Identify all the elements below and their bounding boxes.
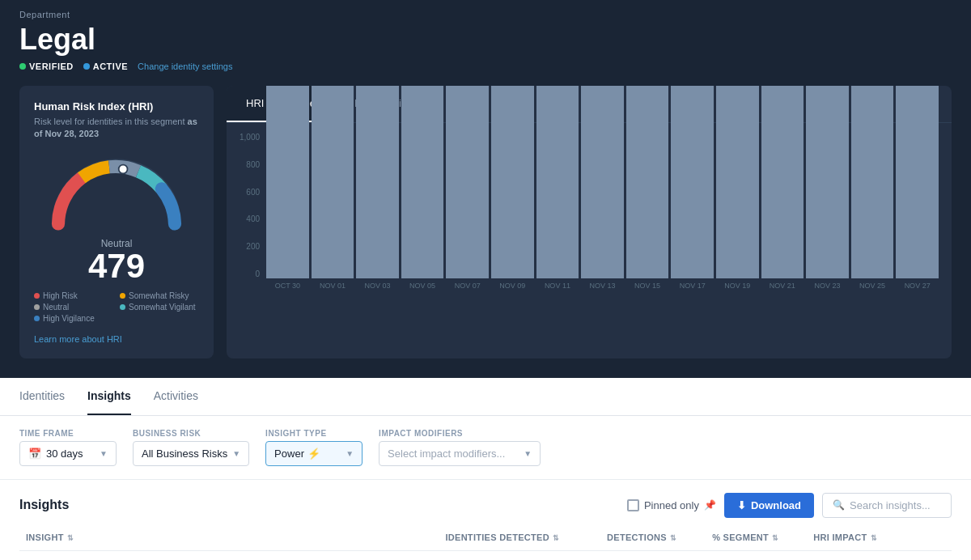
x-axis-label: NOV 19 (716, 282, 759, 290)
insights-section-title: Insights (19, 498, 69, 512)
gauge-number: 479 (34, 249, 199, 283)
bar-column (671, 86, 714, 278)
download-button[interactable]: ⬇ Download (724, 493, 814, 518)
learn-hri-link[interactable]: Learn more about HRI (34, 334, 199, 344)
bar (716, 86, 759, 278)
y-axis-label: 1,000 (240, 133, 260, 142)
bar-column (716, 86, 759, 278)
active-dot (83, 63, 90, 70)
top-section: Department Legal VERIFIED ACTIVE Change … (0, 0, 971, 378)
chart-body: 1,0008006004002000 OCT 30NOV 01NOV 03NOV… (227, 123, 952, 296)
business-risk-select[interactable]: All Business Risks ▼ (133, 441, 249, 466)
y-axis-label: 800 (246, 160, 260, 169)
legend-item: Neutral (34, 303, 113, 312)
more-actions-cell: ⋮ (926, 550, 952, 560)
bar-column (446, 86, 489, 278)
bar (536, 86, 579, 278)
gauge-label-area: Neutral 479 (34, 238, 199, 283)
x-labels: OCT 30NOV 01NOV 03NOV 05NOV 07NOV 09NOV … (266, 282, 939, 290)
insight-type-chevron: ▼ (346, 449, 354, 458)
active-badge: ACTIVE (83, 62, 128, 71)
x-axis-label: NOV 05 (401, 282, 444, 290)
segment-cell: 3% (706, 550, 807, 560)
hri-card-title: Human Risk Index (HRI) (34, 100, 199, 112)
legend-item: Somewhat Risky (120, 291, 199, 300)
bar (851, 86, 894, 278)
insight-type-value: Power ⚡ (274, 448, 320, 460)
impact-modifiers-filter: IMPACT MODIFIERS Select impact modifiers… (379, 429, 541, 466)
verified-dot (19, 63, 26, 70)
chart-panel: HRI Over Time Identity Distribution 1,00… (227, 86, 952, 358)
chart-area: OCT 30NOV 01NOV 03NOV 05NOV 07NOV 09NOV … (266, 133, 939, 290)
time-frame-label: TIME FRAME (19, 429, 117, 438)
insight-type-select[interactable]: Power ⚡ ▼ (265, 441, 363, 466)
y-axis: 1,0008006004002000 (240, 133, 266, 278)
pinned-only-toggle[interactable]: Pinned only 📌 (627, 499, 716, 511)
hri-gauge (44, 151, 189, 231)
bar-column (581, 86, 624, 278)
insight-cell: Simulated Phish Risk ⚡ (19, 550, 439, 560)
bars-container (266, 133, 939, 278)
nav-tabs: IdentitiesInsightsActivities (0, 378, 971, 416)
time-frame-chevron: ▼ (100, 449, 108, 458)
change-identity-link[interactable]: Change identity settings (138, 62, 232, 71)
pinned-only-label: Pinned only (644, 499, 699, 511)
y-axis-label: 600 (246, 188, 260, 197)
time-frame-filter: TIME FRAME 📅 30 days ▼ (19, 429, 117, 466)
download-icon: ⬇ (737, 499, 746, 511)
table-header-%-segment[interactable]: % SEGMENT⇅ (706, 524, 807, 551)
y-axis-label: 400 (246, 214, 260, 223)
page-title: Legal (19, 23, 952, 57)
x-axis-label: NOV 27 (896, 282, 939, 290)
bar-column (626, 86, 669, 278)
nav-tab-identities[interactable]: Identities (19, 378, 65, 415)
bar-column (536, 86, 579, 278)
calendar-icon: 📅 (28, 448, 41, 460)
bar (671, 86, 714, 278)
legend-item: Somewhat Vigilant (120, 303, 199, 312)
legend-item: High Risk (34, 291, 113, 300)
search-placeholder: Search insights... (850, 499, 931, 511)
bottom-section: IdentitiesInsightsActivities TIME FRAME … (0, 378, 971, 560)
bar-column (356, 86, 399, 278)
hri-legend: High RiskSomewhat RiskyNeutralSomewhat V… (34, 291, 199, 323)
impact-modifiers-placeholder: Select impact modifiers... (388, 448, 505, 460)
time-frame-select[interactable]: 📅 30 days ▼ (19, 441, 117, 466)
x-axis-label: NOV 01 (312, 282, 354, 290)
bar (312, 86, 354, 278)
identities-detected-cell: 13 (439, 550, 600, 560)
business-risk-value: All Business Risks (142, 448, 227, 460)
table-header-insight[interactable]: INSIGHT⇅ (19, 524, 439, 551)
download-label: Download (751, 499, 801, 511)
table-header-detections[interactable]: DETECTIONS⇅ (600, 524, 706, 551)
sort-icon: ⇅ (772, 534, 778, 542)
table-header-identities-detected[interactable]: IDENTITIES DETECTED⇅ (439, 524, 600, 551)
impact-modifiers-select[interactable]: Select impact modifiers... ▼ (379, 441, 541, 466)
sort-icon: ⇅ (871, 534, 877, 542)
nav-tab-insights[interactable]: Insights (87, 378, 131, 415)
legend-dot (120, 304, 125, 310)
x-axis-label: NOV 15 (626, 282, 669, 290)
insights-header: Insights Pinned only 📌 ⬇ Download 🔍 Sear… (0, 479, 971, 524)
insight-type-filter: INSIGHT TYPE Power ⚡ ▼ (265, 429, 363, 466)
legend-item: High Vigilance (34, 314, 113, 323)
x-axis-label: NOV 13 (581, 282, 624, 290)
x-axis-label: NOV 11 (536, 282, 579, 290)
dashboard-grid: Human Risk Index (HRI) Risk level for id… (19, 86, 952, 358)
table-header-hri-impact[interactable]: HRI IMPACT⇅ (807, 524, 926, 551)
x-axis-label: NOV 23 (806, 282, 849, 290)
x-axis-label: NOV 09 (491, 282, 534, 290)
search-insights-input[interactable]: 🔍 Search insights... (822, 493, 952, 518)
bar-column (761, 86, 804, 278)
svg-point-0 (119, 164, 128, 173)
insights-controls: Pinned only 📌 ⬇ Download 🔍 Search insigh… (627, 493, 952, 518)
insights-table: INSIGHT⇅IDENTITIES DETECTED⇅DETECTIONS⇅%… (19, 524, 952, 560)
x-axis-label: NOV 21 (761, 282, 804, 290)
bar (626, 86, 669, 278)
nav-tab-activities[interactable]: Activities (154, 378, 198, 415)
x-axis-label: NOV 25 (851, 282, 894, 290)
status-row: VERIFIED ACTIVE Change identity settings (19, 62, 952, 71)
table-header-row: INSIGHT⇅IDENTITIES DETECTED⇅DETECTIONS⇅%… (19, 524, 952, 551)
chart-tab-identity-distribution[interactable]: Identity Distribution (335, 86, 464, 122)
sort-icon: ⇅ (553, 534, 559, 542)
